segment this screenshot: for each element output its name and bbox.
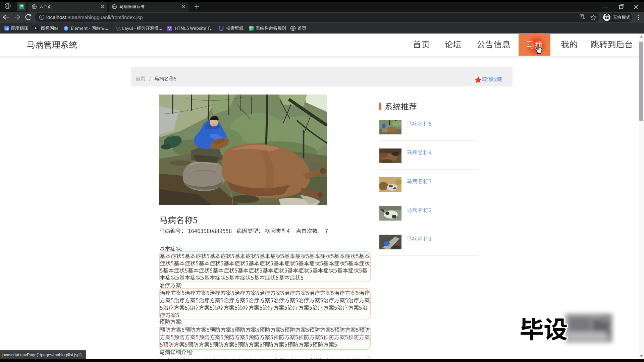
svg-text:javascript:navPage('./pages/ma: javascript:navPage('./pages/mabing/list.… bbox=[1, 353, 82, 357]
svg-text:localhost:8080/mabingguanli/fr: localhost:8080/mabingguanli/front/index.… bbox=[46, 14, 143, 20]
